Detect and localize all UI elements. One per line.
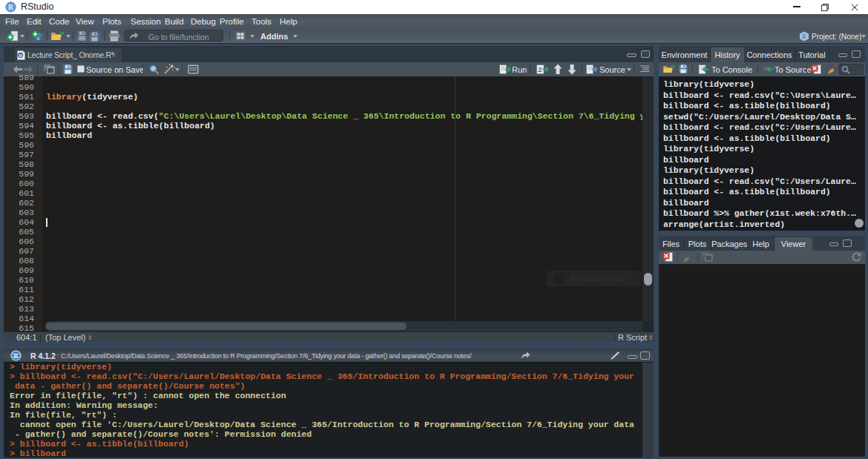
svg-text:2: 2 — [538, 65, 542, 73]
svg-text:R: R — [13, 352, 19, 360]
svg-text:R: R — [8, 4, 13, 11]
svg-text:R: R — [802, 33, 806, 40]
